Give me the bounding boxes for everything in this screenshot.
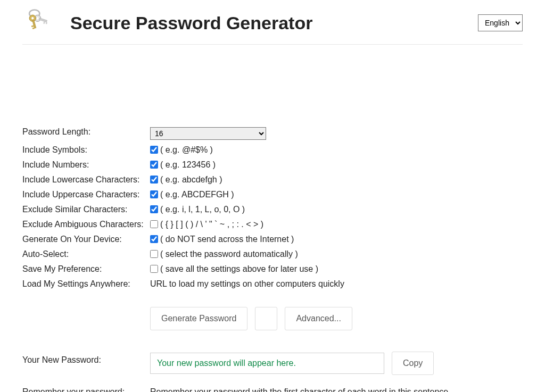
extra-button[interactable] (255, 307, 277, 330)
length-label: Password Length: (22, 124, 150, 143)
lowercase-hint: ( e.g. abcdefgh ) (160, 175, 222, 184)
copy-button[interactable]: Copy (392, 352, 434, 375)
symbols-hint: ( e.g. @#$% ) (160, 145, 213, 154)
language-select[interactable]: English (478, 14, 523, 31)
load-anywhere-label: Load My Settings Anywhere: (22, 277, 150, 291)
svg-rect-3 (39, 18, 47, 22)
symbols-label: Include Symbols: (22, 143, 150, 157)
save-checkbox[interactable] (150, 265, 158, 273)
header: Secure Password Generator English (22, 8, 523, 45)
symbols-checkbox[interactable] (150, 146, 158, 154)
autoselect-label: Auto-Select: (22, 247, 150, 262)
button-row: Generate Password Advanced... (150, 307, 523, 330)
save-label: Save My Preference: (22, 262, 150, 277)
svg-rect-9 (31, 25, 34, 27)
remember-text: Remember your password with the first ch… (150, 387, 451, 392)
length-select[interactable]: 16 (150, 127, 266, 140)
remember-label: Remember your password: (22, 378, 150, 392)
lowercase-checkbox[interactable] (150, 176, 158, 184)
advanced-button[interactable]: Advanced... (285, 307, 352, 330)
similar-hint: ( e.g. i, l, 1, L, o, 0, O ) (160, 205, 245, 214)
keys-icon (22, 8, 52, 38)
ambiguous-checkbox[interactable] (150, 220, 158, 228)
similar-label: Exclude Similar Characters: (22, 202, 150, 217)
generate-button[interactable]: Generate Password (150, 307, 247, 330)
password-output[interactable]: Your new password will appear here. (150, 353, 384, 374)
load-anywhere-text: URL to load my settings on other compute… (150, 279, 344, 288)
autoselect-hint: ( select the password automatically ) (160, 249, 298, 258)
output-label: Your New Password: (22, 349, 150, 378)
autoselect-checkbox[interactable] (150, 250, 158, 258)
numbers-label: Include Numbers: (22, 157, 150, 172)
svg-rect-10 (32, 28, 35, 29)
local-label: Generate On Your Device: (22, 232, 150, 247)
ambiguous-hint: ( { } [ ] ( ) / \ ' " ` ~ , ; : . < > ) (160, 220, 263, 229)
options-form: Password Length: 16 Include Symbols: ( e… (22, 124, 523, 392)
ambiguous-label: Exclude Ambiguous Characters: (22, 217, 150, 232)
numbers-checkbox[interactable] (150, 161, 158, 169)
uppercase-label: Include Uppercase Characters: (22, 187, 150, 202)
svg-rect-4 (43, 21, 45, 24)
similar-checkbox[interactable] (150, 205, 158, 213)
lowercase-label: Include Lowercase Characters: (22, 172, 150, 187)
local-checkbox[interactable] (150, 235, 158, 243)
uppercase-checkbox[interactable] (150, 190, 158, 198)
local-hint: ( do NOT send across the Internet ) (160, 235, 294, 244)
svg-rect-5 (46, 22, 48, 24)
page-title: Secure Password Generator (70, 13, 312, 34)
uppercase-hint: ( e.g. ABCDEFGH ) (160, 190, 234, 199)
numbers-hint: ( e.g. 123456 ) (160, 160, 216, 169)
save-hint: ( save all the settings above for later … (160, 264, 318, 273)
